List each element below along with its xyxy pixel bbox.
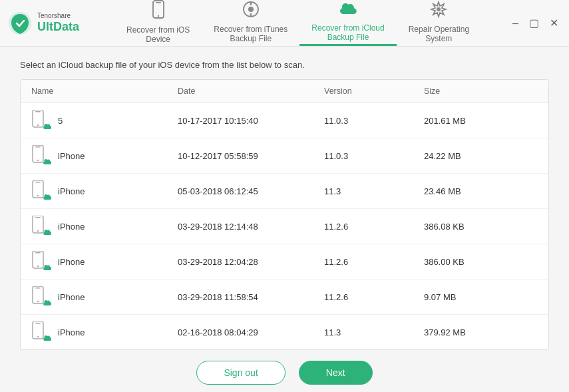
col-name: Name — [31, 87, 178, 96]
main-content: Select an iCloud backup file of your iOS… — [0, 47, 569, 392]
device-icon-1 — [31, 145, 53, 166]
instruction-text: Select an iCloud backup file of your iOS… — [20, 60, 549, 70]
tab-ios-device-label: Recover from iOS Device — [126, 25, 190, 44]
backup-table: Name Date Version Size 510-17-2017 10:15… — [20, 79, 549, 350]
svg-rect-10 — [35, 111, 41, 112]
cloud-badge — [42, 122, 53, 131]
cell-size-0: 201.61 MB — [424, 116, 504, 126]
backup-name-2: iPhone — [58, 186, 85, 196]
tab-repair-os-label: Repair Operating System — [409, 25, 469, 43]
cell-date-2: 05-03-2018 06:12:45 — [178, 186, 324, 196]
col-date: Date — [178, 87, 324, 96]
tab-itunes-backup[interactable]: Recover from iTunes Backup File — [202, 0, 299, 46]
cloud-badge — [42, 298, 53, 307]
svg-point-14 — [37, 160, 39, 161]
backup-name-0: 5 — [58, 116, 63, 126]
cell-size-5: 9.07 MB — [424, 292, 504, 302]
cell-version-5: 11.2.6 — [324, 292, 424, 302]
cell-date-4: 03-29-2018 12:04:28 — [178, 257, 324, 267]
itunes-icon — [242, 1, 260, 22]
table-row[interactable]: 510-17-2017 10:15:4011.0.3201.61 MB — [21, 103, 548, 138]
device-icon-4 — [31, 251, 53, 272]
sign-out-button[interactable]: Sign out — [196, 361, 285, 385]
svg-point-23 — [37, 266, 39, 267]
cell-version-1: 11.0.3 — [324, 151, 424, 161]
backup-name-1: iPhone — [58, 151, 85, 161]
next-button[interactable]: Next — [299, 361, 373, 385]
cell-size-1: 24.22 MB — [424, 151, 504, 161]
svg-point-5 — [248, 7, 254, 12]
ios-device-icon — [150, 0, 166, 23]
tab-repair-os[interactable]: Repair Operating System — [397, 0, 481, 46]
logo-icon — [8, 11, 32, 35]
cell-date-3: 03-29-2018 12:14:48 — [178, 222, 324, 232]
svg-rect-16 — [35, 182, 41, 183]
brand-top: Tenorshare — [37, 12, 79, 20]
table-row[interactable]: iPhone03-29-2018 11:58:5411.2.69.07 MB — [21, 280, 548, 315]
device-icon-3 — [31, 216, 53, 237]
table-row[interactable]: iPhone03-29-2018 12:04:2811.2.6386.00 KB — [21, 244, 548, 280]
cell-name-1: iPhone — [31, 145, 178, 166]
svg-rect-25 — [35, 288, 41, 289]
brand-bottom: UltData — [37, 20, 79, 35]
cell-date-5: 03-29-2018 11:58:54 — [178, 292, 324, 302]
svg-point-20 — [37, 230, 39, 232]
logo-text: Tenorshare UltData — [37, 12, 79, 35]
cell-name-2: iPhone — [31, 180, 178, 202]
svg-point-26 — [37, 301, 39, 302]
cell-size-4: 386.00 KB — [424, 257, 504, 267]
tab-itunes-backup-label: Recover from iTunes Backup File — [214, 25, 287, 43]
table-body: 510-17-2017 10:15:4011.0.3201.61 MB iPho… — [21, 103, 548, 349]
backup-name-5: iPhone — [58, 292, 85, 302]
svg-point-3 — [157, 15, 158, 17]
svg-rect-2 — [156, 2, 161, 3]
svg-rect-22 — [35, 252, 41, 254]
tab-icloud-backup-label: Recover from iCloud Backup File — [311, 23, 384, 42]
cell-name-0: 5 — [31, 110, 178, 131]
minimize-button[interactable]: – — [510, 16, 521, 31]
nav-tabs: Recover from iOS Device Recover from iTu… — [114, 0, 496, 46]
cell-version-6: 11.3 — [324, 327, 424, 337]
cell-name-6: iPhone — [31, 321, 178, 343]
table-row[interactable]: iPhone02-16-2018 08:04:2911.3379.92 MB — [21, 315, 548, 349]
table-row[interactable]: iPhone10-12-2017 05:58:5911.0.324.22 MB — [21, 138, 548, 174]
cell-date-6: 02-16-2018 08:04:29 — [178, 327, 324, 337]
table-row[interactable]: iPhone03-29-2018 12:14:4811.2.6386.08 KB — [21, 209, 548, 244]
tab-icloud-backup[interactable]: Recover from iCloud Backup File — [299, 0, 396, 46]
repair-icon — [430, 1, 447, 22]
table-row[interactable]: iPhone05-03-2018 06:12:4511.323.46 MB — [21, 174, 548, 209]
cell-date-0: 10-17-2017 10:15:40 — [178, 116, 324, 126]
cell-size-6: 379.92 MB — [424, 327, 504, 337]
cloud-badge — [42, 333, 53, 343]
cell-size-2: 23.46 MB — [424, 186, 504, 196]
icloud-icon — [338, 2, 358, 21]
cell-version-2: 11.3 — [324, 186, 424, 196]
maximize-button[interactable]: ▢ — [526, 15, 542, 31]
device-icon-5 — [31, 286, 53, 307]
cell-name-3: iPhone — [31, 216, 178, 237]
tab-ios-device[interactable]: Recover from iOS Device — [114, 0, 202, 46]
close-button[interactable]: ✕ — [547, 15, 561, 31]
backup-name-4: iPhone — [58, 257, 85, 267]
device-icon-2 — [31, 180, 53, 202]
col-version: Version — [324, 87, 424, 96]
svg-rect-28 — [35, 323, 41, 324]
cloud-badge — [42, 263, 53, 272]
svg-point-11 — [37, 124, 39, 126]
cell-name-5: iPhone — [31, 286, 178, 307]
cloud-badge — [42, 157, 53, 166]
window-controls: – ▢ ✕ — [496, 15, 561, 31]
cell-version-3: 11.2.6 — [324, 222, 424, 232]
cloud-badge — [42, 228, 53, 237]
col-size: Size — [424, 87, 504, 96]
backup-name-6: iPhone — [58, 327, 85, 337]
cell-date-1: 10-12-2017 05:58:59 — [178, 151, 324, 161]
device-icon-0 — [31, 110, 53, 131]
footer: Sign out Next — [20, 350, 549, 390]
cell-size-3: 386.08 KB — [424, 222, 504, 232]
cloud-badge — [42, 192, 53, 202]
cell-version-0: 11.0.3 — [324, 116, 424, 126]
svg-rect-19 — [35, 217, 41, 218]
cell-name-4: iPhone — [31, 251, 178, 272]
svg-point-29 — [37, 336, 39, 337]
